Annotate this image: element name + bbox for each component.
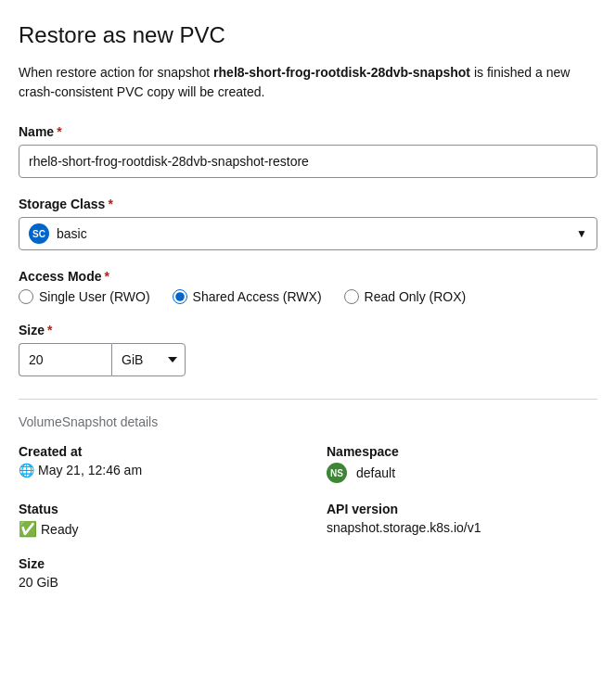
name-input[interactable] [19,145,597,178]
created-at-item: Created at 🌐 May 21, 12:46 am [19,444,289,483]
storage-class-value: basic [57,226,87,241]
details-grid: Created at 🌐 May 21, 12:46 am Namespace … [19,444,597,590]
storage-class-field-group: Storage Class * SC basic ▼ [19,197,597,250]
size-required-indicator: * [47,323,52,337]
size-unit-select[interactable]: MiB GiB TiB [111,343,186,376]
access-mode-label: Access Mode * [19,269,597,284]
api-version-value: snapshot.storage.k8s.io/v1 [327,520,597,535]
sc-badge: SC [29,223,49,244]
chevron-down-icon: ▼ [576,227,587,240]
rox-label: Read Only (ROX) [365,289,467,304]
size-detail-value: 20 GiB [19,575,289,590]
globe-icon: 🌐 [19,463,34,477]
rox-radio[interactable] [344,289,359,304]
size-field-group: Size * MiB GiB TiB [19,323,597,376]
rwo-label: Single User (RWO) [39,289,150,304]
status-item: Status ✅ Ready [19,502,289,538]
size-input-group: MiB GiB TiB [19,343,597,376]
storage-class-required-indicator: * [108,197,112,211]
created-at-value: 🌐 May 21, 12:46 am [19,463,289,477]
access-mode-rwx[interactable]: Shared Access (RWX) [173,289,322,304]
intro-description: When restore action for snapshot rhel8-s… [19,63,597,102]
namespace-value: NS default [327,463,597,483]
access-mode-rox[interactable]: Read Only (ROX) [344,289,467,304]
storage-class-label: Storage Class * [19,197,597,211]
status-label: Status [19,502,289,516]
name-label: Name * [19,124,597,139]
size-input[interactable] [19,343,111,376]
name-required-indicator: * [57,124,61,139]
access-mode-rwo[interactable]: Single User (RWO) [19,289,150,304]
size-detail-item: Size 20 GiB [19,556,289,590]
storage-class-select[interactable]: SC basic ▼ [19,217,597,250]
rwo-radio[interactable] [19,289,33,304]
created-at-label: Created at [19,444,289,459]
page-title: Restore as new PVC [19,22,597,48]
size-detail-label: Size [19,556,289,571]
namespace-label: Namespace [327,444,597,459]
snapshot-details-section: VolumeSnapshot details Created at 🌐 May … [19,414,597,590]
rwx-radio[interactable] [173,289,187,304]
status-value: ✅ Ready [19,520,289,538]
access-mode-required-indicator: * [104,269,109,284]
size-label: Size * [19,323,597,337]
status-check-icon: ✅ [19,520,37,538]
ns-badge: NS [327,463,347,483]
access-mode-radio-group: Single User (RWO) Shared Access (RWX) Re… [19,289,597,304]
access-mode-field-group: Access Mode * Single User (RWO) Shared A… [19,269,597,304]
snapshot-details-title: VolumeSnapshot details [19,414,597,429]
name-field-group: Name * [19,124,597,178]
section-divider [19,399,597,400]
namespace-item: Namespace NS default [327,444,597,483]
rwx-label: Shared Access (RWX) [193,289,322,304]
api-version-item: API version snapshot.storage.k8s.io/v1 [327,502,597,538]
api-version-label: API version [327,502,597,516]
